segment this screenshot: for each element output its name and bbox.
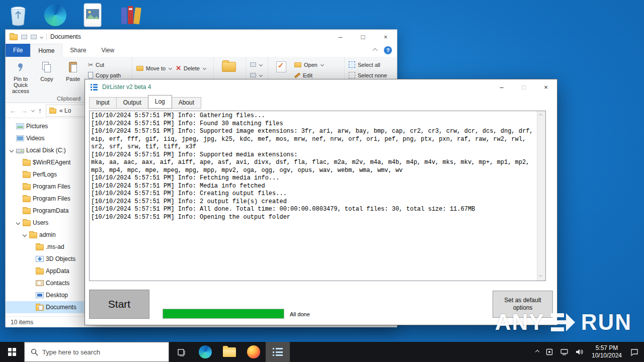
scroll-up-icon[interactable] <box>539 114 542 117</box>
qat-icon[interactable] <box>21 35 27 39</box>
sidebar-item-ms-ad[interactable]: .ms-ad <box>6 241 84 253</box>
explorer-tab-file[interactable]: File <box>6 44 30 57</box>
back-icon[interactable]: ← <box>10 107 17 115</box>
dirlister-minimize-button[interactable]: – <box>491 79 513 95</box>
sidebar-item-admin[interactable]: admin <box>6 229 84 241</box>
dirlister-tab-about[interactable]: About <box>172 97 201 109</box>
qat-icon[interactable] <box>31 35 37 39</box>
sidebar-item-desktop[interactable]: Desktop <box>6 289 84 301</box>
taskbar-edge-button[interactable] <box>193 342 217 362</box>
search-input[interactable] <box>42 348 169 356</box>
taskbar-clock[interactable]: 5:57 PM 10/10/2024 <box>590 344 623 359</box>
videos-icon <box>16 135 24 141</box>
select-all-button[interactable]: Select all <box>347 59 389 70</box>
chevron-down-icon <box>259 63 263 66</box>
sidebar-item-label: $WinREAgent <box>33 159 84 166</box>
button-label: Copy <box>40 76 53 82</box>
sidebar-item-label: Documents <box>46 304 84 311</box>
windows-logo-icon <box>8 348 16 356</box>
expand-chevron-icon[interactable] <box>9 148 14 153</box>
select-all-icon <box>349 61 355 68</box>
dirlister-titlebar: DirLister v2 beta 4 – □ × <box>85 79 557 95</box>
folder-icon <box>36 244 44 250</box>
clock-time: 5:57 PM <box>590 344 623 352</box>
taskbar-dirlister-button[interactable] <box>266 342 290 362</box>
sidebar-item-label: 3D Objects <box>46 255 84 262</box>
taskbar-firefox-button[interactable] <box>242 342 266 362</box>
explorer-tab-home[interactable]: Home <box>30 44 62 57</box>
image-file-icon[interactable] <box>79 2 106 28</box>
copy-icon <box>42 62 51 72</box>
tray-app-icon[interactable] <box>545 348 553 356</box>
sidebar-item-perflogs[interactable]: PerfLogs <box>6 168 84 180</box>
expand-chevron-icon[interactable] <box>16 220 21 225</box>
start-menu-button[interactable] <box>0 342 24 362</box>
sidebar-item-pictures[interactable]: Pictures <box>6 120 84 132</box>
dirlister-tab-log[interactable]: Log <box>148 95 172 109</box>
taskbar-search-box[interactable] <box>24 342 169 362</box>
pin-to-quick-access-button[interactable]: Pin to Quick access <box>8 58 34 95</box>
explorer-tab-view[interactable]: View <box>94 44 122 57</box>
qat-chevron-down-icon[interactable] <box>40 35 43 38</box>
action-center-icon[interactable] <box>630 348 639 356</box>
dirlister-tab-output[interactable]: Output <box>116 97 148 109</box>
explorer-maximize-button[interactable]: □ <box>352 30 374 44</box>
dirlister-close-button[interactable]: × <box>535 79 557 95</box>
move-to-button[interactable]: Move to <box>134 63 174 73</box>
recent-locations-chevron-icon[interactable] <box>31 109 35 112</box>
ribbon-collapse-icon[interactable] <box>373 48 378 53</box>
hidden-icons-chevron-icon[interactable] <box>535 350 539 354</box>
sidebar-item-programdata[interactable]: ProgramData <box>6 205 84 217</box>
paste-button[interactable]: Paste <box>60 58 86 95</box>
expand-chevron-icon[interactable] <box>22 232 27 237</box>
folder-icon <box>23 184 31 190</box>
taskbar-file-explorer-button[interactable] <box>217 342 242 362</box>
log-scrollbar[interactable] <box>537 111 545 281</box>
scroll-down-icon[interactable] <box>539 274 542 277</box>
sidebar-item-videos[interactable]: Videos <box>6 132 84 144</box>
explorer-minimize-button[interactable]: – <box>329 30 352 44</box>
dirlister-tab-input[interactable]: Input <box>89 97 117 109</box>
explorer-tab-share[interactable]: Share <box>62 44 94 57</box>
sidebar-item-appdata[interactable]: AppData <box>6 265 84 277</box>
winrar-icon[interactable] <box>118 2 144 28</box>
edge-icon[interactable] <box>42 2 68 28</box>
sidebar-item-local-disk-c[interactable]: Local Disk (C:) <box>6 144 84 156</box>
recycle-bin-icon[interactable] <box>5 2 31 28</box>
tray-volume-icon[interactable] <box>575 348 584 356</box>
cut-button[interactable]: ✂ Cut <box>86 59 123 70</box>
button-label: Cut <box>96 62 104 68</box>
up-icon[interactable]: ↑ <box>38 107 42 115</box>
clock-date: 10/10/2024 <box>590 352 623 359</box>
system-tray: 5:57 PM 10/10/2024 <box>536 342 644 362</box>
sidebar-item-contacts[interactable]: Contacts <box>6 277 84 289</box>
new-item-button[interactable] <box>248 59 264 70</box>
button-label: Open <box>304 62 317 68</box>
sidebar-item-program-files[interactable]: Program Files <box>6 193 84 205</box>
sidebar-item-users[interactable]: Users <box>6 217 84 229</box>
button-label: Select none <box>358 72 387 78</box>
tray-network-icon[interactable] <box>560 348 569 356</box>
open-button[interactable]: Open <box>292 59 326 70</box>
sidebar-item-winreagent[interactable]: $WinREAgent <box>6 156 84 168</box>
folder-icon <box>23 208 31 214</box>
copy-button[interactable]: Copy <box>34 58 60 95</box>
sidebar-item-label: Program Files <box>33 195 84 202</box>
sidebar-item-documents[interactable]: Documents <box>6 301 84 313</box>
explorer-close-button[interactable]: × <box>374 30 397 44</box>
file-explorer-icon <box>223 347 236 357</box>
button-label: Edit <box>303 72 312 78</box>
task-view-button[interactable] <box>169 342 193 362</box>
sidebar-item-3d-objects[interactable]: 3D Objects <box>6 253 84 265</box>
documents-icon <box>36 305 44 311</box>
help-icon[interactable]: ? <box>384 46 392 54</box>
forward-icon[interactable]: → <box>21 107 28 115</box>
sidebar-item-label: Videos <box>26 135 84 142</box>
dirlister-log-box[interactable]: [10/10/2024 5:57:51 PM] Info: Gathering … <box>89 111 546 281</box>
desktop: { "colors": { "accent_blue": "#2065c0", … <box>0 0 644 362</box>
sidebar-item-program-files[interactable]: Program Files <box>6 180 84 193</box>
sidebar-item-label: .ms-ad <box>46 243 84 250</box>
start-button[interactable]: Start <box>89 290 149 319</box>
folder-icon <box>23 172 31 178</box>
button-label: Paste <box>66 76 80 82</box>
